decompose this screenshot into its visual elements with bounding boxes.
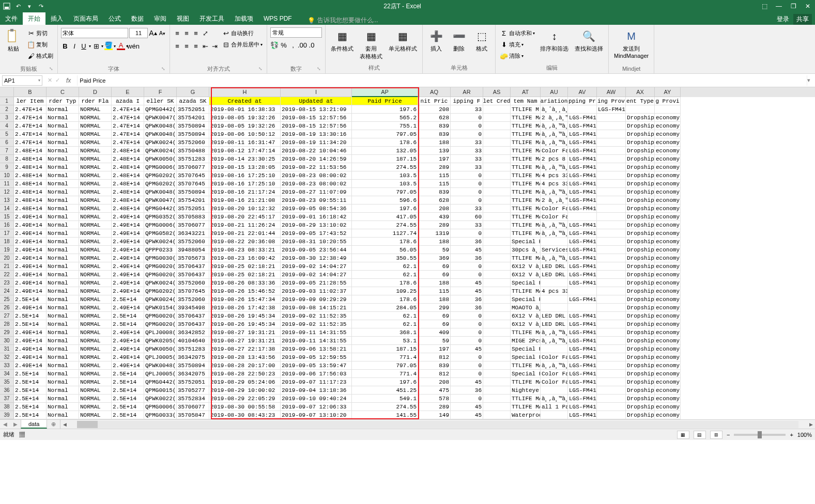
cell[interactable]: 2.49E+14 xyxy=(14,221,47,229)
cell[interactable]: LGS-FM41 xyxy=(568,345,597,353)
cell[interactable]: 0 xyxy=(451,361,483,370)
cell[interactable] xyxy=(597,304,626,312)
cell[interactable]: 197.6 xyxy=(352,204,418,213)
cell[interactable]: QPWK0048( xyxy=(144,188,177,196)
cell[interactable]: 2.5E+14 xyxy=(112,378,144,386)
cell[interactable]: 755.1 xyxy=(352,122,418,130)
cell[interactable]: economy xyxy=(655,254,681,262)
cell[interactable]: NORMAL xyxy=(79,254,112,262)
cell[interactable]: 2019-08-16 21:17:24 xyxy=(209,188,281,196)
cell[interactable]: 2019-08-06 10:50:12 xyxy=(209,130,281,138)
zoom-level[interactable]: 100% xyxy=(797,432,812,438)
cell[interactable]: 2019-09-02 11:52:35 xyxy=(281,320,352,328)
cell[interactable]: 59 xyxy=(418,246,451,254)
cell[interactable]: 2019-08-28 13:43:56 xyxy=(209,353,281,361)
cell[interactable]: TTLIFE MA xyxy=(511,378,541,386)
cell[interactable]: 197.6 xyxy=(352,378,418,386)
cell[interactable]: economy xyxy=(655,370,681,378)
cell[interactable]: Normal xyxy=(47,304,79,312)
cell[interactable] xyxy=(483,155,511,163)
cell[interactable]: 35750488 xyxy=(177,147,209,155)
undo-icon[interactable]: ↶ xyxy=(13,2,23,11)
cell[interactable] xyxy=(597,411,626,419)
cell[interactable]: 2.49E+14 xyxy=(112,271,144,279)
cell[interactable]: NORMAL xyxy=(79,337,112,345)
cell[interactable]: 839 xyxy=(418,130,451,138)
ribbon-options-icon[interactable]: ⬚ xyxy=(759,1,770,11)
cell[interactable]: 2.49E+14 xyxy=(112,213,144,221)
cell[interactable]: NORMAL xyxy=(79,378,112,386)
cell[interactable] xyxy=(483,271,511,279)
cell[interactable]: TTLIFE MA xyxy=(511,328,541,337)
cell[interactable]: 187.15 xyxy=(352,155,418,163)
cell[interactable]: 2.47E+14 xyxy=(112,122,144,130)
cell[interactable]: NORMAL xyxy=(79,262,112,271)
cell[interactable]: 2019-08-23 08:00:02 xyxy=(281,171,352,180)
cell[interactable]: 62.1 xyxy=(352,262,418,271)
cell[interactable]: 115 xyxy=(418,180,451,188)
cell[interactable] xyxy=(483,361,511,370)
cell[interactable]: 39345498 xyxy=(177,304,209,312)
cell[interactable] xyxy=(597,188,626,196)
cell[interactable]: 35706437 xyxy=(177,320,209,328)
row-header[interactable]: 35 xyxy=(0,378,14,386)
cell[interactable]: 30pcs à¸‚ xyxy=(511,246,541,254)
cell[interactable]: Dropshipp xyxy=(626,395,655,403)
cell[interactable]: 2.49E+14 xyxy=(112,254,144,262)
cell[interactable]: 2019-08-29 05:24:06 xyxy=(209,378,281,386)
cell[interactable]: LGS-FM41 xyxy=(568,403,597,411)
cell[interactable]: 35706077 xyxy=(177,163,209,171)
tab-data[interactable]: 数据 xyxy=(126,12,149,25)
cell[interactable]: QPMG0006( xyxy=(144,403,177,411)
cell[interactable] xyxy=(597,171,626,180)
cell[interactable]: 2.49E+14 xyxy=(112,287,144,295)
spreadsheet-grid[interactable]: BCDEFGHIAPAQARASATAUAVAWAXAY 1ler Itemrd… xyxy=(0,87,815,419)
cell[interactable] xyxy=(483,196,511,204)
cell[interactable]: Color Family:Grey xyxy=(541,147,568,155)
cell[interactable]: 132.05 xyxy=(352,147,418,155)
cell[interactable]: 2019-09-06 13:58:21 xyxy=(281,345,352,353)
cell[interactable]: Normal xyxy=(47,238,79,246)
cell[interactable]: 797.05 xyxy=(352,188,418,196)
cell[interactable]: 0 xyxy=(451,196,483,204)
cell[interactable]: 451.25 xyxy=(352,386,418,395)
cell[interactable]: 2.49E+14 xyxy=(112,238,144,246)
cell[interactable]: QPMG0006( xyxy=(144,221,177,229)
cell[interactable]: 771.4 xyxy=(352,353,418,361)
cell[interactable]: QPMG0006( xyxy=(144,163,177,171)
cell[interactable]: economy xyxy=(655,196,681,204)
cell[interactable] xyxy=(483,238,511,246)
cell[interactable]: Normal xyxy=(47,361,79,370)
cell[interactable] xyxy=(483,320,511,328)
cell[interactable]: Normal xyxy=(47,254,79,262)
cell[interactable]: 2019-09-07 11:17:23 xyxy=(281,378,352,386)
cell[interactable]: 2019-09-02 11:52:35 xyxy=(281,312,352,320)
cell[interactable]: 6X12 V à¸ªà¸µà¸‚à¸²à¸§ xyxy=(511,262,541,271)
cell[interactable] xyxy=(597,328,626,337)
cell[interactable]: 2.5E+14 xyxy=(14,295,47,304)
cell[interactable]: 53.1 xyxy=(352,337,418,345)
row-header[interactable]: 26 xyxy=(0,304,14,312)
cell[interactable]: 197.6 xyxy=(352,105,418,114)
cell[interactable]: 33 xyxy=(451,138,483,147)
maximize-icon[interactable]: ❐ xyxy=(788,1,798,11)
cell[interactable]: LGS-FM41 xyxy=(568,378,597,386)
cell[interactable]: Dropshipp xyxy=(626,271,655,279)
cell[interactable]: 35705883 xyxy=(177,213,209,221)
cell[interactable]: Color Family:à¸‚à¹‰ xyxy=(541,353,568,361)
col-header-AV[interactable]: AV xyxy=(568,87,597,97)
cell[interactable]: 35706437 xyxy=(177,271,209,279)
cell[interactable]: LGS-FM41 xyxy=(597,105,626,114)
cell[interactable]: 2.47E+14 xyxy=(112,105,144,114)
paste-button[interactable]: 粘贴 xyxy=(3,27,24,54)
cell[interactable] xyxy=(626,105,655,114)
cell[interactable]: Dropshipp xyxy=(626,403,655,411)
cell[interactable]: 2.48E+14 xyxy=(14,180,47,188)
row-header[interactable]: 38 xyxy=(0,403,14,411)
font-color-icon[interactable]: A xyxy=(117,42,125,50)
cell[interactable]: NORMAL xyxy=(79,411,112,419)
cell[interactable]: Color Family:Brow xyxy=(541,204,568,213)
cell[interactable]: 60 xyxy=(451,213,483,221)
dropdown-icon[interactable]: ▾ xyxy=(114,44,116,49)
cell[interactable]: 2.47E+14 xyxy=(112,138,144,147)
